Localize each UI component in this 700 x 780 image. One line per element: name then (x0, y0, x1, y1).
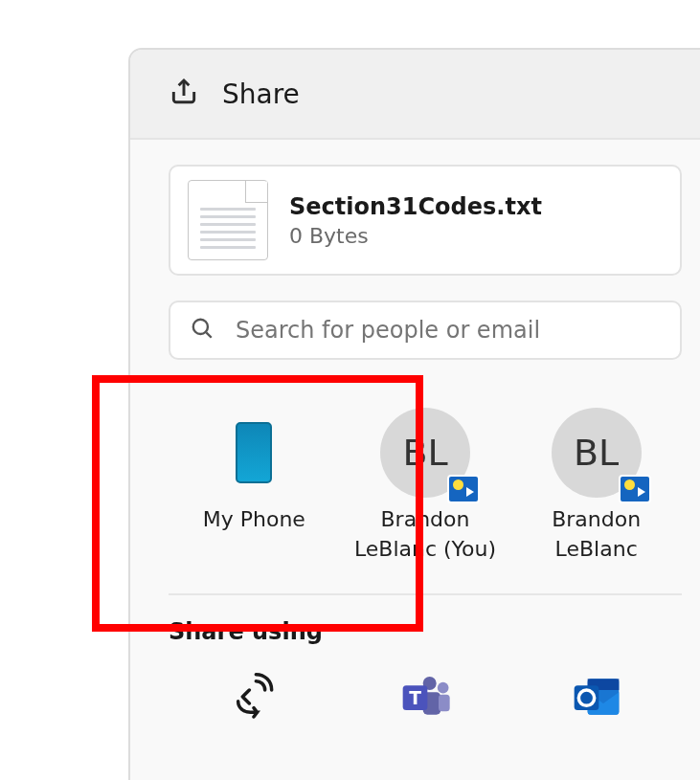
svg-point-0 (193, 320, 208, 334)
avatar: BL (380, 408, 470, 498)
phone-icon (236, 422, 272, 483)
target-label: My Phone (203, 505, 305, 535)
share-using-title: Share using (169, 618, 682, 645)
outlook-badge-icon (447, 475, 480, 503)
search-icon (190, 316, 215, 345)
app-nearby-sharing[interactable] (169, 670, 340, 724)
app-outlook[interactable] (510, 670, 682, 724)
share-target-brandon[interactable]: BL Brandon LeBlanc (510, 400, 682, 565)
target-label: Brandon LeBlanc (510, 505, 682, 565)
file-card[interactable]: Section31Codes.txt 0 Bytes (169, 165, 682, 276)
search-box[interactable] (169, 301, 682, 360)
share-targets-row: My Phone BL Brandon LeBlanc (You) BL (169, 400, 682, 565)
file-thumbnail (188, 180, 268, 260)
avatar-initials: BL (574, 432, 619, 474)
teams-icon: T (398, 670, 452, 724)
nearby-sharing-icon (227, 670, 281, 724)
svg-line-1 (206, 332, 211, 337)
app-microsoft-teams[interactable]: T (340, 670, 511, 724)
svg-rect-5 (439, 694, 450, 711)
share-target-my-phone[interactable]: My Phone (169, 400, 340, 565)
share-icon (169, 77, 199, 111)
outlook-badge-icon (619, 475, 651, 503)
search-input[interactable] (236, 317, 661, 344)
dialog-body: Section31Codes.txt 0 Bytes My Phone BL (130, 140, 700, 724)
dialog-title: Share (222, 78, 300, 110)
share-apps-row: T (169, 670, 682, 724)
target-label: Brandon LeBlanc (You) (340, 505, 511, 565)
avatar-initials: BL (402, 432, 447, 474)
dialog-header: Share (130, 50, 700, 140)
share-dialog: Share Section31Codes.txt 0 Bytes My Phon… (128, 48, 700, 780)
outlook-icon (570, 670, 623, 724)
svg-point-3 (438, 681, 449, 693)
svg-text:T: T (409, 688, 421, 708)
avatar: BL (552, 408, 642, 498)
divider (169, 593, 682, 595)
file-size: 0 Bytes (289, 224, 542, 248)
share-target-brandon-you[interactable]: BL Brandon LeBlanc (You) (340, 400, 511, 565)
file-info: Section31Codes.txt 0 Bytes (289, 193, 542, 248)
file-name: Section31Codes.txt (289, 193, 542, 220)
